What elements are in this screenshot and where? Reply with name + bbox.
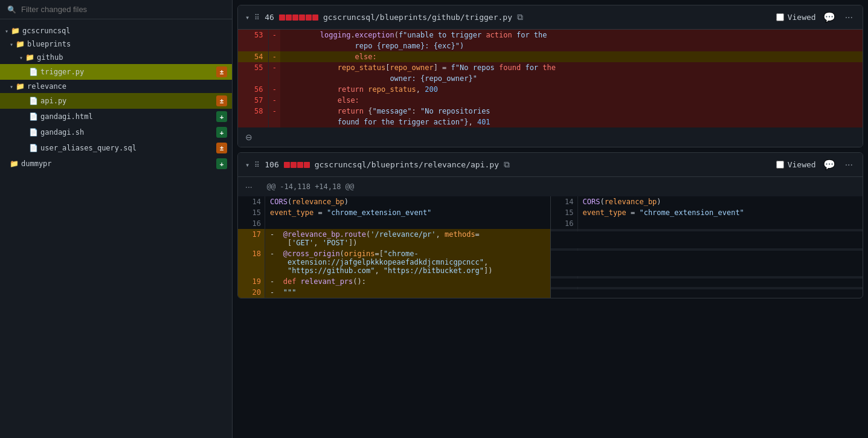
deletion-pill bbox=[312, 14, 318, 21]
sidebar-item-dummypr[interactable]: 📁 dummypr + bbox=[0, 156, 232, 172]
expand-button[interactable]: ⊖ bbox=[240, 130, 257, 144]
diff-header-left: ▾ ⠿ 46 gcscruncsql/blueprints/github/tri… bbox=[245, 12, 771, 22]
sidebar-item-gcscruncsql[interactable]: ▾ 📁 gcscruncsql bbox=[0, 24, 232, 37]
hunk-info: @@ -14,118 +14,18 @@ bbox=[262, 181, 359, 192]
deletion-pill bbox=[291, 162, 297, 168]
line-code: event_type = "chrome_extension_event" bbox=[578, 207, 863, 218]
table-row: 55 - repo_status[repo_owner] = f"No repo… bbox=[238, 62, 863, 73]
line-code bbox=[578, 229, 863, 231]
sidebar-item-gandagi-sh[interactable]: 📄 gandagi.sh + bbox=[0, 124, 232, 140]
table-row: owner: {repo_owner}" bbox=[238, 73, 863, 84]
chevron-down-icon: ▾ bbox=[5, 28, 8, 34]
line-code: - @cross_origin(origins=["chrome- extens… bbox=[265, 248, 550, 276]
status-badge: ± bbox=[216, 95, 227, 106]
viewed-checkbox-label[interactable]: Viewed bbox=[776, 160, 816, 169]
copy-path-button[interactable]: ⧉ bbox=[517, 12, 523, 22]
line-code bbox=[265, 218, 550, 229]
line-number bbox=[551, 287, 578, 289]
table-row: 54 - else: bbox=[238, 51, 863, 62]
status-badge: ± bbox=[216, 66, 227, 77]
diff-header-trigger-py: ▾ ⠿ 46 gcscruncsql/blueprints/github/tri… bbox=[238, 5, 863, 30]
line-sign: - bbox=[268, 106, 280, 117]
sidebar-item-user-aliases[interactable]: 📄 user_aliases_query.sql ± bbox=[0, 140, 232, 156]
line-code: else: bbox=[280, 51, 863, 62]
split-line-left: 15 event_type = "chrome_extension_event" bbox=[238, 207, 550, 218]
sidebar-item-label: relevance bbox=[27, 82, 66, 91]
sidebar-item-relevance[interactable]: ▾ 📁 relevance bbox=[0, 80, 232, 93]
sidebar-item-blueprints[interactable]: ▾ 📁 blueprints bbox=[0, 37, 232, 51]
deletion-pill bbox=[286, 14, 292, 21]
line-code: CORS(relevance_bp) bbox=[578, 196, 863, 207]
viewed-label: Viewed bbox=[788, 160, 816, 169]
search-input[interactable] bbox=[21, 5, 225, 14]
line-code bbox=[578, 248, 863, 251]
line-number: 14 bbox=[238, 196, 265, 207]
sidebar-item-gandagi-html[interactable]: 📄 gandagi.html + bbox=[0, 109, 232, 124]
split-line-left: 14 CORS(relevance_bp) bbox=[238, 196, 550, 207]
collapse-button[interactable]: ▾ bbox=[245, 161, 249, 169]
line-number: 14 bbox=[551, 196, 578, 207]
line-number: 18 bbox=[238, 248, 265, 276]
sidebar-item-label: dummypr bbox=[21, 159, 52, 168]
line-code: found for the trigger action"}, 401 bbox=[280, 117, 863, 127]
line-number: 16 bbox=[551, 218, 578, 229]
main-diff-area: ▾ ⠿ 46 gcscruncsql/blueprints/github/tri… bbox=[233, 0, 868, 438]
chevron-down-icon: ▾ bbox=[19, 54, 23, 61]
more-options-button[interactable]: ··· bbox=[843, 158, 855, 172]
line-code bbox=[578, 218, 863, 229]
collapse-button[interactable]: ▾ bbox=[245, 13, 249, 22]
line-number: 20 bbox=[238, 287, 265, 298]
folder-icon: 📁 bbox=[16, 82, 25, 91]
table-row: 17 - @relevance_bp.route('/relevance/pr'… bbox=[238, 229, 863, 248]
expand-hunk-button[interactable]: ··· bbox=[240, 179, 257, 194]
diff-path: gcscruncsql/blueprints/relevance/api.py bbox=[315, 160, 499, 169]
table-row: 19 - def relevant_prs(): bbox=[238, 276, 863, 287]
line-number: 19 bbox=[238, 276, 265, 287]
comment-button[interactable]: 💬 bbox=[821, 158, 838, 172]
viewed-checkbox-label[interactable]: Viewed bbox=[776, 13, 816, 22]
deletion-pill bbox=[306, 14, 312, 21]
split-line-right bbox=[551, 276, 863, 279]
split-line-right bbox=[551, 229, 863, 231]
line-code: - """ bbox=[265, 287, 550, 298]
line-code: return repo_status, 200 bbox=[280, 84, 863, 95]
diff-header-right: Viewed 💬 ··· bbox=[776, 10, 855, 24]
comment-button[interactable]: 💬 bbox=[821, 10, 838, 24]
drag-handle-icon: ⠿ bbox=[254, 13, 260, 22]
split-line-left: 18 - @cross_origin(origins=["chrome- ext… bbox=[238, 248, 550, 276]
line-number: 57 bbox=[238, 95, 268, 106]
line-sign: - bbox=[268, 95, 280, 106]
line-number: 56 bbox=[238, 84, 268, 95]
folder-icon: 📁 bbox=[25, 53, 34, 62]
table-row: found for the trigger action"}, 401 bbox=[238, 117, 863, 127]
sidebar-item-label: gandagi.sh bbox=[40, 128, 84, 137]
sidebar-item-api-py[interactable]: 📄 api.py ± bbox=[0, 93, 232, 109]
chevron-down-icon: ▾ bbox=[10, 41, 13, 48]
sidebar-item-github[interactable]: ▾ 📁 github bbox=[0, 51, 232, 64]
sidebar-item-label: trigger.py bbox=[40, 68, 84, 76]
sidebar-item-label: gandagi.html bbox=[40, 112, 93, 121]
line-number bbox=[551, 229, 578, 231]
deletion-pill bbox=[299, 14, 305, 21]
file-icon: 📄 bbox=[29, 97, 38, 105]
line-code: return {"message": "No repositories bbox=[280, 106, 863, 117]
viewed-checkbox[interactable] bbox=[776, 161, 784, 169]
copy-path-button[interactable]: ⧉ bbox=[504, 159, 510, 170]
deletion-pill bbox=[304, 162, 310, 168]
line-code bbox=[578, 276, 863, 279]
split-line-right bbox=[551, 287, 863, 289]
table-row: 20 - """ bbox=[238, 287, 863, 298]
diff-block-api-py: ▾ ⠿ 106 gcscruncsql/blueprints/relevance… bbox=[237, 152, 863, 298]
search-bar[interactable]: 🔍 bbox=[0, 0, 232, 19]
line-number: 15 bbox=[238, 207, 265, 218]
status-badge: + bbox=[216, 127, 227, 138]
split-line-right: 14 CORS(relevance_bp) bbox=[551, 196, 863, 207]
sidebar-item-trigger-py[interactable]: 📄 trigger.py ± bbox=[0, 64, 232, 80]
table-row: 15 event_type = "chrome_extension_event"… bbox=[238, 207, 863, 218]
table-row: repo {repo_name}: {exc}") bbox=[238, 40, 863, 51]
viewed-checkbox[interactable] bbox=[776, 13, 784, 21]
diff-header-api-py: ▾ ⠿ 106 gcscruncsql/blueprints/relevance… bbox=[238, 153, 863, 177]
line-sign: - bbox=[268, 62, 280, 73]
more-options-button[interactable]: ··· bbox=[843, 11, 855, 24]
line-number: 15 bbox=[551, 207, 578, 218]
